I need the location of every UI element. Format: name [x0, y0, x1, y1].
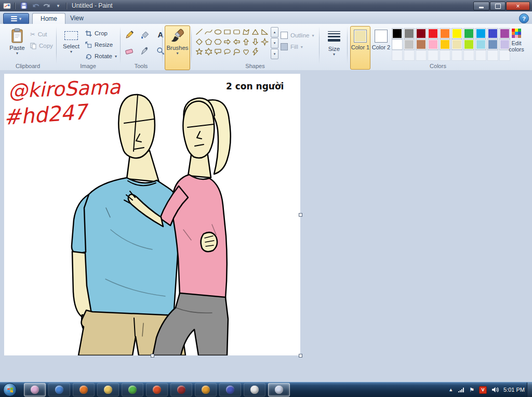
- palette-swatch[interactable]: [451, 28, 462, 39]
- shapes-scroll-up-button[interactable]: ▴: [271, 27, 278, 37]
- shape-diamond[interactable]: [194, 37, 204, 47]
- quick-access-dropdown[interactable]: ▾: [54, 1, 63, 10]
- shape-curve[interactable]: [204, 27, 213, 37]
- maximize-button[interactable]: [490, 2, 506, 10]
- taskbar-app-chrome[interactable]: [244, 383, 265, 396]
- shape-right-arrow[interactable]: [222, 37, 232, 47]
- outline-button[interactable]: Outline ▾: [281, 30, 314, 41]
- palette-empty-slot[interactable]: [428, 50, 438, 61]
- antivirus-tray-icon[interactable]: V: [479, 386, 487, 394]
- volume-icon[interactable]: [491, 387, 499, 393]
- shape-rectangle[interactable]: [222, 27, 232, 37]
- minimize-button[interactable]: [473, 2, 489, 10]
- palette-swatch[interactable]: [475, 28, 486, 39]
- palette-swatch[interactable]: [416, 39, 427, 50]
- palette-swatch[interactable]: [487, 28, 498, 39]
- taskbar-app-file-explorer[interactable]: [97, 383, 119, 396]
- palette-swatch[interactable]: [463, 39, 474, 50]
- taskbar-app-browser[interactable]: [146, 383, 168, 396]
- crop-button[interactable]: Crop: [85, 28, 108, 38]
- shape-cloud-callout[interactable]: [232, 47, 241, 57]
- palette-empty-slot[interactable]: [440, 50, 450, 61]
- save-button[interactable]: [19, 1, 29, 10]
- canvas-resize-handle-corner[interactable]: [299, 354, 302, 358]
- help-button[interactable]: ?: [519, 14, 529, 23]
- color-picker-tool-button[interactable]: [138, 45, 152, 57]
- paint-menu-button[interactable]: ▾: [3, 13, 29, 24]
- start-button[interactable]: [3, 383, 17, 396]
- palette-swatch[interactable]: [440, 28, 450, 39]
- palette-swatch[interactable]: [440, 39, 450, 50]
- tab-home[interactable]: Home: [32, 13, 65, 24]
- network-icon[interactable]: [458, 387, 464, 393]
- shape-oval-callout[interactable]: [222, 47, 232, 57]
- palette-empty-slot[interactable]: [392, 50, 403, 61]
- palette-empty-slot[interactable]: [463, 50, 474, 61]
- shapes-more-button[interactable]: ▾: [271, 49, 278, 59]
- taskbar-app-media-player[interactable]: [48, 383, 70, 396]
- shape-lightning[interactable]: [250, 47, 260, 57]
- palette-empty-slot[interactable]: [487, 50, 498, 61]
- shape-line[interactable]: [194, 27, 204, 37]
- palette-empty-slot[interactable]: [475, 50, 486, 61]
- shape-down-arrow[interactable]: [250, 37, 260, 47]
- paint-canvas[interactable]: @kiroSama #hd247 2 con người: [4, 74, 300, 355]
- brushes-button[interactable]: Brushes ▾: [165, 25, 190, 70]
- undo-button[interactable]: [31, 1, 40, 10]
- pencil-tool-button[interactable]: [123, 28, 136, 41]
- action-center-flag-icon[interactable]: ⚑: [469, 387, 474, 393]
- palette-empty-slot[interactable]: [416, 50, 427, 61]
- palette-swatch[interactable]: [475, 39, 486, 50]
- palette-swatch[interactable]: [487, 39, 498, 50]
- palette-swatch[interactable]: [404, 39, 415, 50]
- cut-button[interactable]: ✂ Cut: [30, 29, 47, 39]
- shape-oval[interactable]: [213, 27, 222, 37]
- size-button[interactable]: Size ▾: [322, 25, 346, 69]
- shape-right-triangle[interactable]: [260, 27, 269, 37]
- shape-hexagon[interactable]: [213, 37, 222, 47]
- taskbar-clock[interactable]: 5:01 PM: [503, 387, 525, 393]
- canvas-resize-handle-right[interactable]: [299, 213, 302, 217]
- taskbar-app-app-red[interactable]: [170, 383, 192, 396]
- close-button[interactable]: ×: [506, 2, 530, 10]
- palette-swatch[interactable]: [428, 39, 438, 50]
- palette-empty-slot[interactable]: [451, 50, 462, 61]
- fill-tool-button[interactable]: [138, 28, 152, 41]
- palette-swatch[interactable]: [428, 28, 438, 39]
- copy-button[interactable]: Copy: [30, 41, 53, 51]
- shape-rounded-callout[interactable]: [213, 47, 222, 57]
- shape-six-point-star[interactable]: [204, 47, 213, 57]
- shape-five-point-star[interactable]: [194, 47, 204, 57]
- edit-colors-button[interactable]: Edit colors: [504, 28, 529, 62]
- taskbar-app-antivirus[interactable]: [122, 383, 143, 396]
- shape-up-arrow[interactable]: [241, 37, 250, 47]
- shape-triangle[interactable]: [250, 27, 260, 37]
- shape-pentagon[interactable]: [204, 37, 213, 47]
- palette-empty-slot[interactable]: [404, 50, 415, 61]
- palette-swatch[interactable]: [463, 28, 474, 39]
- hidden-icons-button[interactable]: ▲: [448, 387, 453, 392]
- shape-polygon[interactable]: [241, 27, 250, 37]
- fill-button[interactable]: Fill ▾: [281, 42, 303, 52]
- rotate-button[interactable]: Rotate ▾: [85, 51, 117, 61]
- show-desktop-button[interactable]: [527, 382, 532, 397]
- eraser-tool-button[interactable]: [123, 45, 136, 57]
- palette-swatch[interactable]: [404, 28, 415, 39]
- taskbar-app-paint[interactable]: [268, 383, 290, 396]
- tab-view[interactable]: View: [62, 13, 91, 24]
- shape-four-point-star[interactable]: [260, 37, 269, 47]
- shapes-scroll-down-button[interactable]: ▾: [271, 38, 278, 48]
- resize-button[interactable]: Resize: [85, 39, 113, 50]
- shape-rounded-rectangle[interactable]: [232, 27, 241, 37]
- taskbar-app-photo-app[interactable]: [24, 383, 46, 396]
- taskbar-app-video-app[interactable]: [219, 383, 241, 396]
- palette-swatch[interactable]: [392, 28, 403, 39]
- shape-heart[interactable]: [241, 47, 250, 57]
- palette-swatch[interactable]: [451, 39, 462, 50]
- canvas-resize-handle-bottom[interactable]: [151, 354, 154, 358]
- taskbar-app-firefox[interactable]: [73, 383, 95, 396]
- taskbar-app-folder-orange[interactable]: [195, 383, 217, 396]
- shape-left-arrow[interactable]: [232, 37, 241, 47]
- palette-swatch[interactable]: [392, 39, 403, 50]
- redo-button[interactable]: [42, 1, 51, 10]
